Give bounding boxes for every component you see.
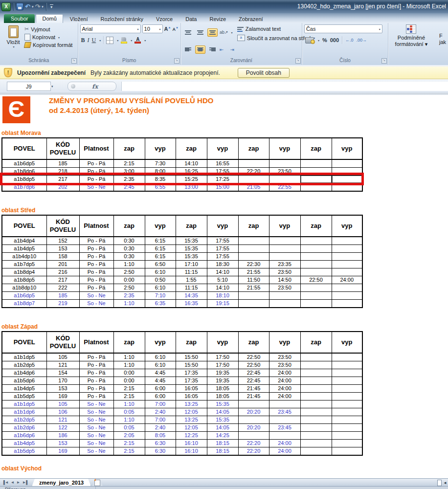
table-cell[interactable]: 2:50: [113, 284, 145, 292]
ribbon-tab-rozložení stránky[interactable]: Rozložení stránky: [95, 15, 149, 23]
table-cell[interactable]: 22:45: [238, 377, 269, 385]
table-cell[interactable]: a1b7dp5: [2, 261, 46, 268]
table-cell[interactable]: 8:00: [145, 168, 176, 176]
table-cell[interactable]: 22:50: [238, 361, 269, 369]
align-right-button[interactable]: [207, 45, 218, 54]
table-cell[interactable]: [269, 245, 300, 253]
increase-indent-icon[interactable]: ⇥: [230, 47, 234, 52]
table-cell[interactable]: 158: [46, 253, 79, 261]
table-cell[interactable]: 13:00: [176, 183, 207, 192]
table-cell[interactable]: 7:00: [145, 416, 176, 424]
table-cell[interactable]: So - Ne: [79, 416, 113, 424]
table-cell[interactable]: [238, 176, 269, 183]
table-cell[interactable]: Po - Pá: [79, 393, 113, 400]
table-cell[interactable]: 169: [46, 447, 79, 456]
table-cell[interactable]: 24:00: [269, 440, 300, 447]
table-cell[interactable]: [300, 159, 332, 168]
table-cell[interactable]: 24:00: [332, 276, 362, 284]
table-cell[interactable]: 17:35: [176, 369, 207, 377]
table-cell[interactable]: a1b5dp5: [2, 447, 46, 456]
table-cell[interactable]: a1b5dp5: [2, 393, 46, 400]
alignment-dialog-launcher[interactable]: ↘: [295, 58, 301, 64]
table-cell[interactable]: Po - Pá: [79, 361, 113, 369]
table-cell[interactable]: Po - Pá: [79, 268, 113, 276]
table-cell[interactable]: 6:50: [145, 261, 176, 268]
table-cell[interactable]: Po - Pá: [79, 284, 113, 292]
table-cell[interactable]: 153: [46, 245, 79, 253]
table-cell[interactable]: 2:50: [113, 268, 145, 276]
table-cell[interactable]: 17:10: [176, 261, 207, 268]
table-cell[interactable]: [269, 176, 300, 183]
table-cell[interactable]: [300, 369, 332, 377]
decrease-decimal-button[interactable]: .00→: [357, 38, 367, 43]
table-cell[interactable]: a1b6dp5: [2, 292, 46, 300]
table-cell[interactable]: [332, 408, 362, 416]
table-cell[interactable]: 122: [46, 424, 79, 432]
bold-button[interactable]: B: [81, 37, 85, 44]
table-cell[interactable]: [300, 292, 332, 300]
table-cell[interactable]: 20:20: [238, 424, 269, 432]
table-cell[interactable]: 22:20: [238, 168, 269, 176]
table-cell[interactable]: [332, 424, 362, 432]
font-dialog-launcher[interactable]: ↘: [174, 58, 179, 64]
table-cell[interactable]: 1:10: [113, 361, 145, 369]
table-cell[interactable]: 14:25: [207, 432, 238, 440]
table-cell[interactable]: 12:25: [176, 432, 207, 440]
table-cell[interactable]: 19:35: [207, 369, 238, 377]
table-cell[interactable]: 6:30: [145, 447, 176, 456]
table-cell[interactable]: a1b4dp6: [2, 369, 46, 377]
table-cell[interactable]: 7:00: [145, 400, 176, 408]
table-cell[interactable]: a1b7dp6: [2, 183, 46, 192]
table-cell[interactable]: 14:10: [207, 284, 238, 292]
table-cell[interactable]: 2:05: [113, 432, 145, 440]
table-cell[interactable]: [300, 245, 332, 253]
table-cell[interactable]: 0:00: [113, 276, 145, 284]
table-cell[interactable]: 121: [46, 361, 79, 369]
table-cell[interactable]: 6:55: [145, 183, 176, 192]
table-cell[interactable]: [332, 447, 362, 456]
table-cell[interactable]: 4:45: [145, 377, 176, 385]
table-cell[interactable]: [300, 377, 332, 385]
table-cell[interactable]: 202: [46, 183, 79, 192]
customize-qat-icon[interactable]: ▼: [50, 4, 53, 9]
table-cell[interactable]: [269, 400, 300, 408]
table-cell[interactable]: a1b6dp6: [2, 432, 46, 440]
table-cell[interactable]: 14:05: [207, 408, 238, 416]
hscroll-left-arrow-icon[interactable]: ◄: [443, 481, 447, 485]
table-cell[interactable]: 15:25: [176, 176, 207, 183]
table-cell[interactable]: 0:00: [113, 377, 145, 385]
table-cell[interactable]: [238, 253, 269, 261]
table-cell[interactable]: Po - Pá: [79, 253, 113, 261]
table-cell[interactable]: a1b8dp5: [2, 176, 46, 183]
table-cell[interactable]: [332, 159, 362, 168]
table-cell[interactable]: 6:15: [145, 245, 176, 253]
table-cell[interactable]: [300, 400, 332, 408]
table-cell[interactable]: [300, 432, 332, 440]
table-cell[interactable]: 2:45: [113, 183, 145, 192]
table-cell[interactable]: 6:30: [145, 440, 176, 447]
table-cell[interactable]: Po - Pá: [79, 168, 113, 176]
table-cell[interactable]: 16:05: [176, 385, 207, 393]
table-cell[interactable]: [300, 261, 332, 268]
sheet-tab-active[interactable]: zmeny_jaro_2013: [32, 479, 91, 487]
table-cell[interactable]: So - Ne: [79, 292, 113, 300]
table-cell[interactable]: a1b4dp5: [2, 245, 46, 253]
table-cell[interactable]: 11:50: [238, 276, 269, 284]
table-cell[interactable]: [332, 377, 362, 385]
table-cell[interactable]: 7:10: [145, 292, 176, 300]
table-cell[interactable]: 22:20: [238, 447, 269, 456]
table-cell[interactable]: So - Ne: [79, 408, 113, 416]
orientation-icon[interactable]: ab↗: [220, 30, 228, 35]
table-cell[interactable]: 8:05: [145, 432, 176, 440]
table-cell[interactable]: 6:35: [145, 300, 176, 308]
cut-button[interactable]: ✂ Vyjmout: [24, 26, 72, 32]
table-cell[interactable]: [332, 253, 362, 261]
worksheet[interactable]: Є ZMĚNY V PROGRAMU VYSÍLÁNÍ POVELŮ HDO o…: [0, 95, 448, 478]
table-cell[interactable]: Po - Pá: [79, 369, 113, 377]
table-cell[interactable]: [300, 393, 332, 400]
table-cell[interactable]: 21:55: [238, 268, 269, 276]
table-cell[interactable]: Po - Pá: [79, 276, 113, 284]
table-cell[interactable]: a1b1dp6: [2, 408, 46, 416]
table-cell[interactable]: 15:35: [176, 237, 207, 245]
table-cell[interactable]: 17:55: [207, 237, 238, 245]
